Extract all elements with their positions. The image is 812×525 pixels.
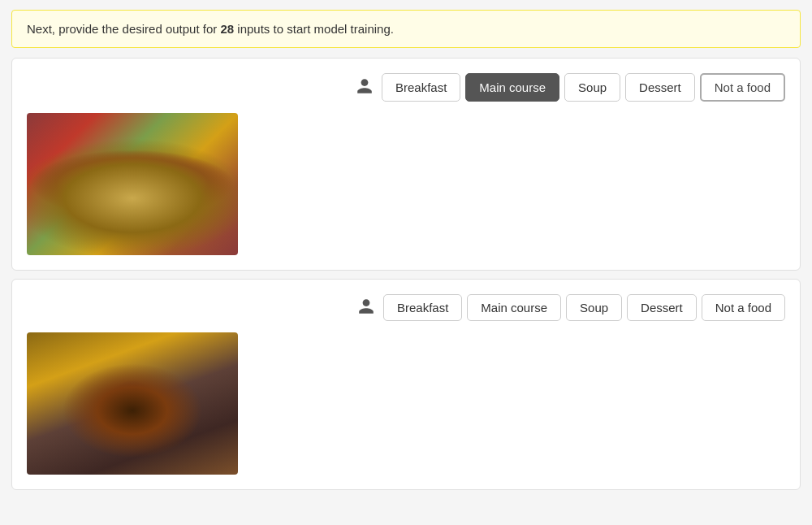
banner-count: 28 [220, 22, 234, 36]
btn-main-course-card-1[interactable]: Main course [465, 73, 559, 102]
btn-soup-card-2[interactable]: Soup [566, 294, 622, 321]
banner-text-after: inputs to start model training. [234, 22, 394, 36]
info-banner: Next, provide the desired output for 28 … [11, 10, 801, 48]
btn-soup-card-1[interactable]: Soup [564, 73, 620, 102]
card-header-1: BreakfastMain courseSoupDessertNot a foo… [27, 73, 785, 102]
btn-main-course-card-2[interactable]: Main course [467, 294, 561, 321]
btn-not-a-food-card-2[interactable]: Not a food [702, 294, 785, 321]
card-image-row-2 [27, 332, 785, 475]
card-image-row-1 [27, 113, 785, 255]
btn-not-a-food-card-1[interactable]: Not a food [700, 73, 785, 102]
food-image-hotdog [27, 113, 238, 255]
person-icon [357, 297, 375, 319]
btn-dessert-card-2[interactable]: Dessert [627, 294, 697, 321]
person-icon [356, 77, 374, 98]
btn-dessert-card-1[interactable]: Dessert [625, 73, 695, 102]
banner-text-before: Next, provide the desired output for [27, 22, 220, 36]
food-card-2: BreakfastMain courseSoupDessertNot a foo… [11, 279, 801, 490]
button-group-1: BreakfastMain courseSoupDessertNot a foo… [382, 73, 785, 102]
food-image-donut [27, 332, 238, 475]
btn-breakfast-card-1[interactable]: Breakfast [382, 73, 460, 102]
card-header-2: BreakfastMain courseSoupDessertNot a foo… [27, 294, 785, 321]
btn-breakfast-card-2[interactable]: Breakfast [383, 294, 462, 321]
button-group-2: BreakfastMain courseSoupDessertNot a foo… [383, 294, 785, 321]
food-card-1: BreakfastMain courseSoupDessertNot a foo… [11, 58, 801, 271]
